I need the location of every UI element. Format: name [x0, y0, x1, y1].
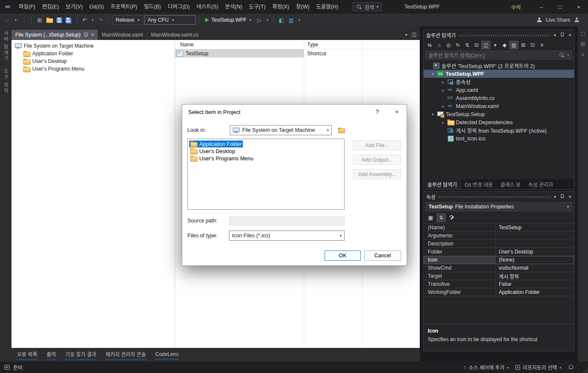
property-name[interactable]: Description [424, 240, 496, 248]
save-all-icon[interactable] [65, 15, 73, 25]
left-dock-tab[interactable]: 서버 탐색기 [3, 31, 9, 62]
property-name[interactable]: Icon [424, 256, 496, 264]
property-value[interactable] [496, 240, 574, 248]
menubar-item[interactable]: 확장(X) [269, 0, 293, 14]
column-header-name[interactable]: Name [175, 42, 304, 48]
cancel-button[interactable]: Cancel [364, 251, 401, 261]
expand-collapse-icon[interactable] [441, 88, 446, 92]
navigate-back-dropdown-icon[interactable]: ▾ [13, 15, 18, 25]
bottom-panel-tab[interactable]: 오류 목록 [13, 348, 41, 362]
menubar-item[interactable]: 도구(T) [246, 0, 269, 14]
show-all-files-icon[interactable]: ◫ [481, 41, 490, 49]
tool-window-tab[interactable]: 속성 관리자 [524, 179, 557, 189]
property-value[interactable] [496, 232, 574, 239]
start-without-debugging-icon[interactable]: ▷ [255, 15, 263, 25]
editor-tab[interactable]: MainWindow.xaml.cs × [147, 30, 203, 40]
dialog-list-item[interactable]: User's Desktop [188, 148, 344, 155]
categorized-icon[interactable]: ▦ [426, 214, 435, 222]
add-folder-icon[interactable]: ⊡ [528, 41, 537, 49]
tool-window-tab[interactable]: 클래스 뷰 [497, 179, 525, 189]
property-row[interactable]: Transitive False [424, 280, 574, 288]
editor-tab[interactable]: File System (...tSetup.Setup) × [11, 30, 98, 40]
close-tab-icon[interactable]: × [91, 32, 94, 38]
more-icon[interactable]: ≡ [537, 41, 546, 49]
property-row[interactable]: WorkingFolder Application Folder [424, 288, 574, 296]
pin-icon[interactable] [560, 32, 564, 37]
new-folder-button[interactable] [335, 125, 347, 135]
list-row[interactable]: TestSetup Shortcut [175, 49, 420, 57]
file-system-tree-item[interactable]: User's Desktop [11, 57, 175, 65]
solution-tree-item[interactable]: 솔루션 'TestSetup.WPF' (2 프로젝트의 2) [424, 62, 574, 70]
properties-window-icon[interactable]: ▢ [581, 31, 585, 36]
pin-icon[interactable] [560, 194, 564, 199]
add-to-source-control-button[interactable]: ↑ 소스 제어에 추가 ▴ [464, 364, 509, 371]
dialog-list-item[interactable]: Application Folder [188, 140, 344, 148]
solution-tree-item[interactable]: 게시 항목 from TestSetup.WPF (Active) [424, 126, 574, 134]
redo-icon[interactable]: ↷ [96, 15, 105, 25]
minimize-button[interactable]: – [532, 0, 551, 14]
maximize-button[interactable]: □ [551, 0, 569, 14]
expand-collapse-icon[interactable] [441, 80, 446, 84]
property-row[interactable]: Icon (None) [424, 256, 574, 264]
solution-tree-item[interactable]: Detected Dependencies [424, 118, 574, 126]
compare-files-icon[interactable]: ◧ [277, 15, 286, 25]
bottom-panel-tab[interactable]: CodeLens [152, 349, 183, 361]
dialog-close-button[interactable]: × [387, 105, 407, 119]
window-position-icon[interactable]: ▾ [554, 33, 556, 37]
property-row[interactable]: Description [424, 240, 574, 248]
menubar-item[interactable]: 프로젝트(P) [107, 0, 141, 14]
solution-tree-item[interactable]: 종속성 [424, 78, 574, 86]
property-row[interactable]: Folder User's Desktop [424, 248, 574, 256]
live-share-label[interactable]: Live Share [546, 17, 570, 23]
dialog-side-button[interactable]: Add File... [353, 140, 401, 150]
expand-collapse-icon[interactable] [430, 72, 435, 76]
solution-tree-item[interactable]: test_icon.ico [424, 134, 574, 142]
menubar-item[interactable]: 창(W) [293, 0, 313, 14]
view-dropdown-icon[interactable]: ▾ [491, 41, 500, 49]
property-name[interactable]: ShowCmd [424, 264, 496, 272]
property-value[interactable]: TestSetup [496, 224, 574, 231]
property-row[interactable]: ShowCmd vsdscNormal [424, 264, 574, 272]
menubar-item[interactable]: Git(G) [86, 0, 107, 14]
menubar-item[interactable]: 분석(N) [222, 0, 246, 14]
property-value[interactable]: vsdscNormal [496, 264, 574, 272]
property-name[interactable]: Target [424, 272, 496, 280]
layout-dropdown-icon[interactable]: ▾ [297, 15, 302, 25]
alphabetical-icon[interactable]: ⇅ [437, 214, 446, 222]
solution-tree-item[interactable]: App.xaml [424, 86, 574, 94]
properties-icon[interactable]: ◆ [500, 41, 509, 49]
property-value[interactable]: User's Desktop [496, 248, 574, 256]
solution-tree-item[interactable]: MainWindow.xaml [424, 102, 574, 110]
solution-search-box[interactable]: 솔루션 탐색기 검색(Ctrl+;) ▾ [425, 51, 572, 60]
float-window-icon[interactable]: ◫ [412, 31, 416, 37]
dialog-help-button[interactable]: ? [368, 105, 387, 119]
close-panel-icon[interactable]: × [568, 32, 571, 38]
property-name[interactable]: Folder [424, 248, 496, 256]
close-panel-icon[interactable]: × [568, 194, 571, 200]
account-name[interactable]: 수박 [511, 3, 521, 11]
look-in-dropdown[interactable]: File System on Target Machine ▾ [230, 125, 332, 135]
resources-view-icon[interactable]: ≡ [582, 52, 584, 57]
pin-tab-icon[interactable] [83, 32, 88, 37]
column-header-type[interactable]: Type [304, 42, 362, 48]
menubar-item[interactable]: 편집(E) [39, 0, 62, 14]
menubar-item[interactable]: 빌드(B) [141, 0, 164, 14]
output-status-icon[interactable] [4, 365, 10, 370]
dialog-list-item[interactable]: User's Programs Menu [188, 155, 344, 162]
search-box[interactable]: 검색 ▾ [353, 2, 382, 11]
open-file-icon[interactable] [45, 15, 54, 25]
notifications-bell-icon[interactable] [568, 364, 574, 370]
refresh-icon[interactable]: ↻ [453, 41, 462, 49]
property-value[interactable]: Application Folder [496, 288, 574, 296]
switch-views-icon[interactable]: ⇆ [425, 41, 434, 49]
menubar-item[interactable]: 보기(V) [62, 0, 86, 14]
bottom-panel-tab[interactable]: 기호 찾기 결과 [62, 348, 100, 362]
menubar-item[interactable]: 디버그(D) [164, 0, 193, 14]
menubar-item[interactable]: 테스트(S) [193, 0, 222, 14]
dialog-side-button[interactable]: Add Output... [353, 155, 401, 165]
pending-changes-filter-icon[interactable]: ◎ [444, 41, 453, 49]
home-icon[interactable]: ⌂ [435, 41, 444, 49]
file-system-tree-item[interactable]: File System on Target Machine [11, 42, 175, 50]
expand-collapse-icon[interactable] [430, 112, 435, 117]
property-row[interactable]: Arguments [424, 232, 574, 240]
